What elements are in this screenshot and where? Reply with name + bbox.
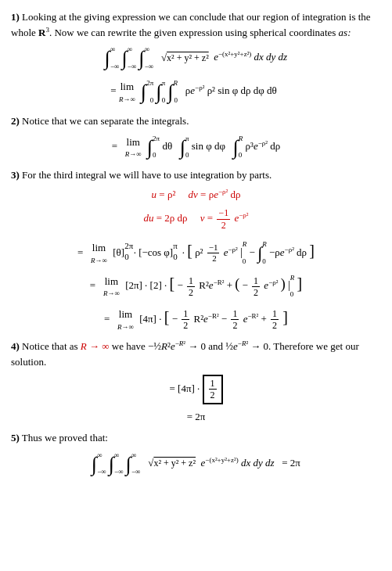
- eq3-uv: u = ρ² dv = ρe−ρ² dρ: [11, 187, 381, 203]
- section-2: 2) Notice that we can separate the integ…: [11, 113, 381, 161]
- section-4: 4) Notice that as R → ∞ we have −½R²e−R²…: [11, 339, 381, 424]
- section-3: 3) For the third integral we will have t…: [11, 167, 381, 333]
- eq4-line1: = [4π] · 1 2: [11, 375, 381, 404]
- main-content: 1) Looking at the giving expression we c…: [11, 9, 381, 478]
- section-1-heading: 1) Looking at the giving expression we c…: [11, 9, 381, 40]
- eq3-line3: = lim R→∞ [4π] · [ − 1 2 R²e−R² − 1 2: [11, 305, 381, 333]
- section-2-heading: 2) Notice that we can separate the integ…: [11, 113, 381, 129]
- eq2: = lim R→∞ ∫2π0 dθ ∫π0 sin φ dφ ∫R0 ρ³e−ρ…: [11, 134, 381, 161]
- eq3-line2: = lim R→∞ [2π] · [2] · [ − 1 2 R²e−R² + …: [11, 271, 381, 300]
- section-4-heading: 4) Notice that as R → ∞ we have −½R²e−R²…: [11, 339, 381, 369]
- eq3-dudv: du = 2ρ dρ v = −1 2 e−ρ²: [11, 207, 381, 231]
- eq3-line1: = lim R→∞ [θ] 2π 0 · [−cos φ] π 0 · [: [11, 239, 381, 268]
- section-5-heading: 5) Thus we proved that:: [11, 430, 381, 446]
- eq5-final: ∫∞−∞ ∫∞−∞ ∫∞−∞ √x² + y² + z² e−(x²+y²+z²…: [11, 451, 381, 478]
- eq4-line2: = 2π: [11, 409, 381, 425]
- eq1-line1: ∫∞−∞ ∫∞−∞ ∫∞−∞ √x² + y² + z² e−(x²+y²+z²…: [11, 45, 381, 72]
- eq1-line2: = lim R→∞ ∫2π0 ∫π0 ∫R0 ρe−ρ² ρ² sin φ dρ…: [11, 77, 381, 107]
- section-1: 1) Looking at the giving expression we c…: [11, 9, 381, 107]
- section-5: 5) Thus we proved that: ∫∞−∞ ∫∞−∞ ∫∞−∞ √…: [11, 430, 381, 478]
- section-3-heading: 3) For the third integral we will have t…: [11, 167, 381, 183]
